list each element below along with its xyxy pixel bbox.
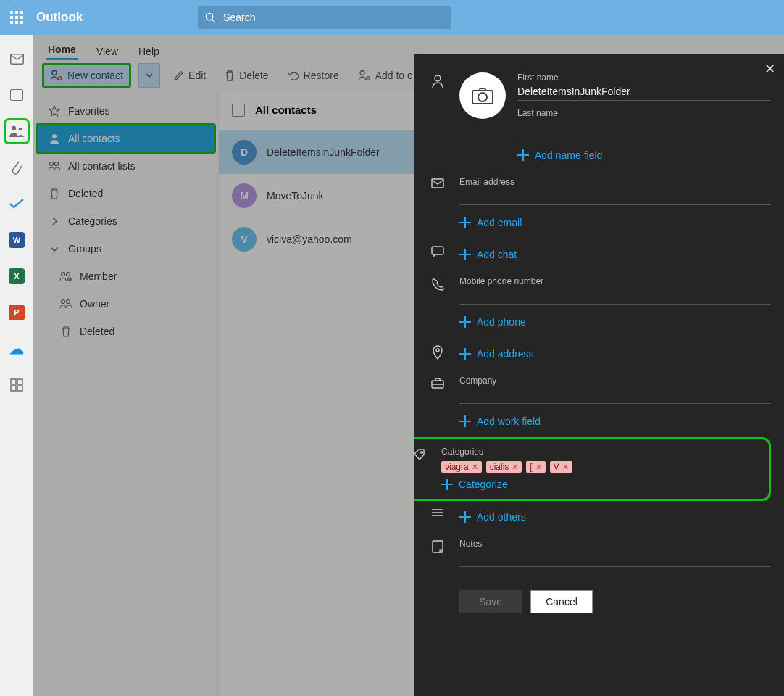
notes-input[interactable] [459, 550, 771, 567]
categories-label: Categories [441, 447, 762, 457]
briefcase-icon [431, 377, 444, 389]
cancel-button[interactable]: Cancel [530, 590, 593, 613]
chat-icon [431, 246, 444, 257]
list-icon [431, 508, 444, 517]
word-icon[interactable]: W [6, 229, 28, 251]
chip-label: V [554, 462, 559, 472]
phone-icon [431, 278, 444, 291]
email-input[interactable] [459, 188, 771, 205]
email-section: Email address Add email [428, 171, 771, 239]
app-name: Outlook [36, 10, 83, 25]
chip-remove-icon[interactable]: ✕ [562, 463, 569, 472]
plus-icon [459, 249, 471, 260]
person-icon [431, 74, 444, 88]
categories-highlighted: Categories viagra✕cialis✕[✕V✕ Categorize [414, 437, 771, 501]
mail-icon [431, 178, 444, 188]
first-name-input[interactable] [517, 84, 771, 101]
add-phone-link[interactable]: Add phone [459, 316, 771, 328]
add-address-link[interactable]: Add address [459, 348, 771, 360]
svg-rect-24 [432, 179, 443, 188]
powerpoint-icon[interactable]: P [6, 302, 28, 323]
add-others-link[interactable]: Add others [459, 511, 771, 523]
add-work-link[interactable]: Add work field [459, 415, 771, 427]
app-launcher-icon[interactable] [10, 11, 23, 24]
svg-rect-6 [17, 379, 22, 384]
svg-point-3 [12, 126, 16, 130]
company-label: Company [459, 376, 771, 386]
search-placeholder: Search [223, 12, 255, 23]
todo-icon[interactable] [6, 193, 28, 215]
plus-icon [459, 511, 471, 523]
category-chip[interactable]: cialis✕ [486, 461, 522, 473]
chip-label: viagra [445, 462, 469, 472]
category-chip[interactable]: viagra✕ [441, 461, 482, 473]
camera-icon [472, 87, 493, 104]
address-section: Add address [428, 338, 771, 370]
phone-section: Mobile phone number Add phone [428, 270, 771, 338]
calendar-icon[interactable] [6, 84, 28, 106]
save-button[interactable]: Save [459, 590, 522, 613]
others-section: Add others [428, 501, 771, 533]
left-rail: W X P ☁ [0, 35, 33, 696]
svg-rect-5 [11, 379, 16, 384]
note-icon [432, 540, 443, 553]
plus-icon [459, 415, 471, 427]
chip-remove-icon[interactable]: ✕ [535, 463, 542, 472]
add-email-link[interactable]: Add email [459, 217, 771, 228]
plus-icon [441, 478, 453, 490]
close-button[interactable]: ✕ [764, 61, 775, 77]
title-bar: Outlook Search [0, 0, 784, 35]
plus-icon [459, 316, 471, 328]
notes-label: Notes [459, 539, 771, 549]
excel-icon[interactable]: X [6, 265, 28, 287]
mail-icon[interactable] [6, 48, 28, 70]
chat-section: Add chat [428, 239, 771, 270]
location-icon [432, 345, 443, 360]
panel-footer: Save Cancel [428, 590, 771, 613]
chip-label: [ [530, 462, 532, 472]
category-chip[interactable]: V✕ [550, 461, 572, 473]
plus-icon [459, 217, 471, 228]
search-icon [205, 12, 216, 23]
chip-remove-icon[interactable]: ✕ [472, 463, 478, 472]
svg-point-28 [421, 452, 423, 454]
company-section: Company Add work field [428, 370, 771, 437]
chip-remove-icon[interactable]: ✕ [512, 463, 518, 472]
onedrive-icon[interactable]: ☁ [6, 338, 28, 360]
svg-rect-7 [11, 386, 16, 391]
email-label: Email address [459, 177, 771, 187]
categorize-link[interactable]: Categorize [441, 478, 762, 490]
categories-section: Categories viagra✕cialis✕[✕V✕ Categorize [430, 447, 762, 490]
svg-point-4 [19, 128, 22, 131]
svg-rect-8 [17, 386, 22, 391]
svg-point-0 [207, 13, 213, 20]
company-input[interactable] [459, 387, 771, 404]
add-chat-link[interactable]: Add chat [459, 249, 771, 260]
chip-label: cialis [490, 462, 509, 472]
phone-input[interactable] [459, 288, 771, 304]
plus-icon [459, 348, 471, 360]
svg-point-26 [436, 349, 439, 352]
more-apps-icon[interactable] [6, 374, 28, 396]
tag-icon [414, 448, 426, 461]
add-name-field-link[interactable]: Add name field [517, 149, 771, 161]
svg-point-23 [478, 93, 487, 102]
files-icon[interactable] [6, 157, 28, 178]
svg-point-21 [435, 75, 441, 81]
name-section: First name Last name Add name field [428, 67, 771, 171]
edit-contact-panel: ✕ First name Last name Add name field Em… [414, 54, 784, 696]
svg-rect-25 [432, 246, 443, 254]
last-name-label: Last name [517, 108, 771, 118]
notes-section: Notes [428, 533, 771, 577]
phone-label: Mobile phone number [459, 276, 771, 286]
people-icon[interactable] [6, 120, 28, 142]
last-name-input[interactable] [517, 120, 771, 136]
search-box[interactable]: Search [198, 6, 451, 29]
plus-icon [517, 149, 529, 161]
photo-placeholder[interactable] [459, 72, 506, 119]
category-chip[interactable]: [✕ [526, 461, 545, 473]
first-name-label: First name [517, 72, 771, 83]
svg-line-1 [212, 19, 215, 22]
